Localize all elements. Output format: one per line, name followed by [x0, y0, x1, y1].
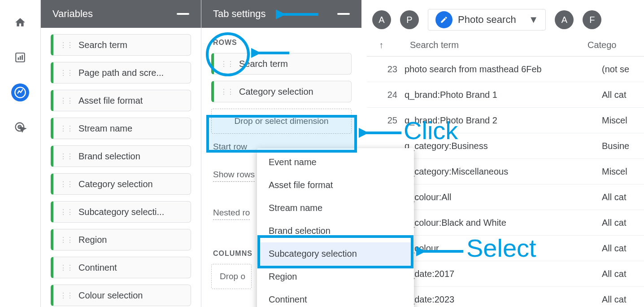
- left-rail: [0, 0, 40, 307]
- dimension-option[interactable]: Region: [257, 265, 414, 288]
- variable-label: Brand selection: [78, 151, 140, 162]
- minimize-icon[interactable]: [177, 13, 189, 15]
- target-click-icon: [14, 121, 26, 134]
- cell-search-term: q_colour:Black and White: [405, 218, 602, 228]
- column-header-search-term[interactable]: Search term: [390, 40, 587, 50]
- cell-category: All cat: [602, 218, 644, 228]
- dimension-option[interactable]: Brand selection: [257, 219, 414, 242]
- drag-grip-icon: ⋮⋮: [60, 291, 73, 300]
- rail-reports[interactable]: [11, 48, 29, 66]
- rail-explore[interactable]: [11, 83, 29, 101]
- variable-chip[interactable]: ⋮⋮Brand selection: [51, 145, 191, 167]
- dimension-option[interactable]: Event name: [257, 151, 414, 174]
- active-tab-label: Photo search: [458, 14, 516, 26]
- dimension-option[interactable]: Stream name: [257, 197, 414, 219]
- pencil-icon: [435, 11, 453, 28]
- cell-category: Miscel: [602, 115, 644, 126]
- variables-body: ⋮⋮Search term⋮⋮Page path and scre...⋮⋮As…: [41, 28, 201, 307]
- cell-search-term: q_brand:Photo Brand 2: [405, 115, 602, 126]
- variable-chip[interactable]: ⋮⋮Asset file format: [51, 90, 191, 111]
- rail-home[interactable]: [11, 13, 29, 31]
- tab-settings-title: Tab settings: [213, 8, 265, 20]
- row-dimension-label: Search term: [239, 59, 288, 69]
- cell-search-term: q_category:Miscellaneous: [405, 167, 602, 177]
- cell-category: All cat: [602, 192, 644, 202]
- variable-chip[interactable]: ⋮⋮Subcategory selecti...: [51, 201, 191, 223]
- cell-search-term: q_colour:All: [405, 192, 602, 202]
- cell-search-term: q_date:2017: [405, 269, 602, 279]
- show-rows-setting[interactable]: Show rows: [213, 170, 255, 182]
- variable-chip[interactable]: ⋮⋮Search term: [51, 34, 191, 56]
- cell-category: (not se: [602, 64, 644, 75]
- drag-grip-icon: ⋮⋮: [220, 60, 234, 68]
- rail-advertising[interactable]: [11, 118, 29, 136]
- variable-chip[interactable]: ⋮⋮Region: [51, 229, 191, 250]
- tab-pill[interactable]: F: [583, 10, 601, 29]
- explore-icon: [14, 86, 26, 99]
- variable-label: Region: [78, 235, 107, 245]
- variable-chip[interactable]: ⋮⋮Stream name: [51, 118, 191, 139]
- home-icon: [14, 17, 26, 28]
- row-index: 25: [372, 115, 405, 126]
- drag-grip-icon: ⋮⋮: [60, 96, 73, 105]
- column-header-category[interactable]: Catego: [587, 40, 617, 50]
- variable-label: Continent: [78, 263, 117, 273]
- variable-label: Asset file format: [78, 96, 143, 106]
- cell-category: Miscel: [602, 167, 644, 177]
- tab-pill[interactable]: A: [555, 10, 574, 29]
- variable-chip[interactable]: ⋮⋮Continent: [51, 257, 191, 278]
- variable-chip[interactable]: ⋮⋮Colour selection: [51, 285, 191, 306]
- drag-grip-icon: ⋮⋮: [60, 236, 73, 244]
- table-row[interactable]: 25q_brand:Photo Brand 2Miscel: [367, 108, 644, 133]
- row-index: 23: [372, 64, 405, 75]
- cell-category: All cat: [602, 294, 644, 305]
- table-row[interactable]: 23photo search from masthead 6Feb(not se: [367, 57, 644, 82]
- variable-chip[interactable]: ⋮⋮Category selection: [51, 173, 191, 195]
- cell-category: All cat: [602, 243, 644, 254]
- tab-pill[interactable]: P: [400, 10, 419, 29]
- minimize-icon[interactable]: [337, 13, 350, 15]
- tab-settings-header: Tab settings: [201, 0, 361, 28]
- rows-dropzone[interactable]: Drop or select dimension: [211, 109, 352, 134]
- variable-label: Search term: [78, 40, 127, 50]
- variable-chip[interactable]: ⋮⋮Page path and scre...: [51, 62, 191, 83]
- cell-category: All cat: [602, 269, 644, 279]
- svg-rect-3: [22, 55, 23, 60]
- drag-grip-icon: ⋮⋮: [60, 152, 73, 161]
- active-tab-chip[interactable]: Photo search ▼: [428, 9, 546, 31]
- row-dimension-label: Category selection: [239, 87, 313, 97]
- cell-search-term: q_brand:Photo Brand 1: [405, 90, 602, 100]
- drag-grip-icon: ⋮⋮: [60, 263, 73, 272]
- variable-label: Subcategory selecti...: [78, 207, 164, 217]
- sort-asc-icon[interactable]: ↑: [372, 40, 390, 50]
- tab-strip: A P Photo search ▼ A F: [367, 5, 644, 34]
- rows-section-label: ROWS: [213, 39, 352, 47]
- tab-pill[interactable]: A: [372, 10, 391, 29]
- dimension-option[interactable]: Asset file format: [257, 174, 414, 197]
- rows-dropzone-label: Drop or select dimension: [234, 116, 328, 126]
- dimension-dropdown[interactable]: Event nameAsset file formatStream nameBr…: [257, 148, 414, 307]
- cell-search-term: q_date:2023: [405, 294, 602, 305]
- row-dimension-chip[interactable]: ⋮⋮Category selection: [211, 81, 352, 102]
- variables-header: Variables: [41, 0, 201, 28]
- drag-grip-icon: ⋮⋮: [60, 208, 73, 216]
- variables-panel: Variables ⋮⋮Search term⋮⋮Page path and s…: [40, 0, 201, 307]
- columns-dropzone[interactable]: Drop o: [211, 264, 252, 289]
- cell-search-term: photo search from masthead 6Feb: [405, 64, 602, 75]
- drag-grip-icon: ⋮⋮: [60, 69, 73, 77]
- dimension-option[interactable]: Subcategory selection: [257, 242, 414, 265]
- variable-label: Colour selection: [78, 290, 143, 301]
- caret-down-icon: ▼: [529, 14, 539, 26]
- table-row[interactable]: 24q_brand:Photo Brand 1All cat: [367, 82, 644, 108]
- row-dimension-chip[interactable]: ⋮⋮Search term: [211, 53, 352, 75]
- cell-search-term: q_colour: [405, 243, 602, 254]
- variables-title: Variables: [52, 8, 93, 20]
- table-header: ↑ Search term Catego: [367, 34, 644, 57]
- dimension-option[interactable]: Continent: [257, 288, 414, 307]
- svg-rect-2: [20, 56, 21, 60]
- variable-label: Page path and scre...: [78, 68, 164, 78]
- nested-rows-setting[interactable]: Nested ro: [213, 208, 250, 220]
- cell-search-term: q_category:Business: [405, 141, 602, 151]
- cell-category: All cat: [602, 90, 644, 100]
- row-index: 24: [372, 90, 405, 100]
